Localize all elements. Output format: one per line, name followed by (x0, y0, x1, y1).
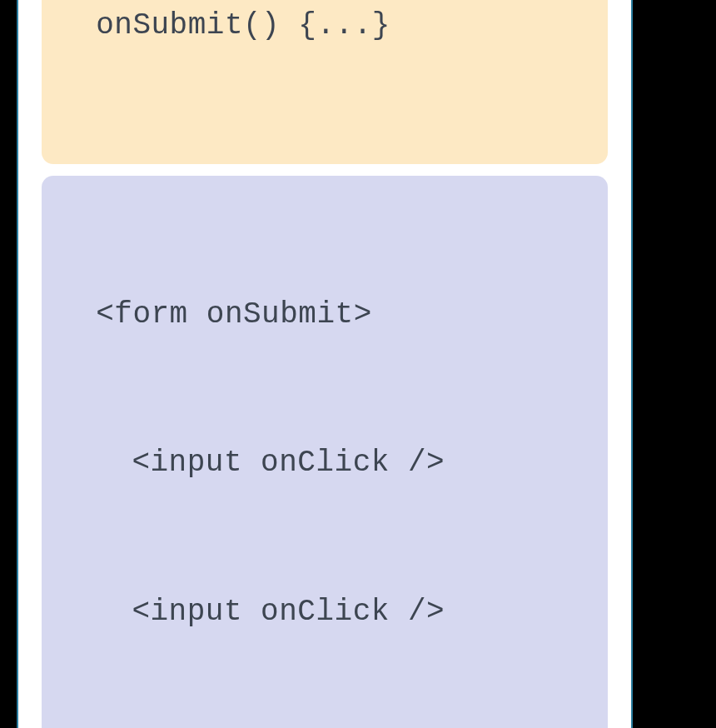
jsx-render-block: <form onSubmit> <input onClick /> <input… (42, 176, 608, 728)
code-line: <input onClick /> (60, 587, 589, 636)
form-definition-block: Form() { onClick() {...} onSubmit() {...… (42, 0, 608, 164)
code-line: <form onSubmit> (60, 290, 589, 339)
code-diagram-card: Form() { onClick() {...} onSubmit() {...… (17, 0, 633, 728)
code-line: <input onClick /> (60, 438, 589, 487)
code-line: onSubmit() {...} (60, 1, 589, 50)
